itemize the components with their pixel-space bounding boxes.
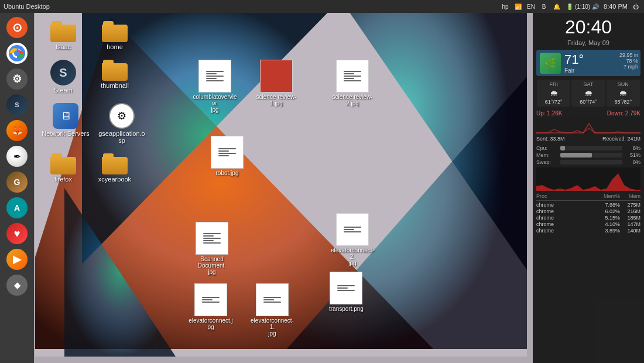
desktop-icons-area: Isaac home S Steam thumbnail bbox=[35, 13, 152, 363]
weather-main: 🌿 71° Fair bbox=[536, 50, 617, 76]
file-icon-elevatorconnect[interactable]: elevatorconnect.jpg bbox=[186, 282, 235, 331]
file-label-science-review-2: science review-2.jpg bbox=[329, 94, 376, 107]
file-icon-elevatorconnect1[interactable]: elevatorconnect-1.jpg bbox=[248, 282, 297, 338]
file-icon-robot[interactable]: robot.jpg bbox=[210, 135, 245, 177]
folder-icon-isaac[interactable]: Isaac bbox=[40, 20, 87, 52]
app-launcher-icon-9[interactable]: ▶ bbox=[5, 247, 29, 272]
file-icon-transport[interactable]: transport.png bbox=[328, 270, 365, 313]
steam-launcher-icon[interactable]: S bbox=[5, 93, 29, 117]
cpu-bar bbox=[560, 146, 622, 150]
battery-icon[interactable]: 🔋 bbox=[565, 2, 574, 11]
svg-point-14 bbox=[14, 50, 20, 56]
weather-forecast: FRI 🌧 61°/72° SAT 🌧 60°/74° SUN 🌧 65°/82… bbox=[536, 80, 640, 107]
file-icon-science-review-1[interactable]: science review-1.jpg bbox=[252, 59, 301, 108]
sidebar: ⊙ ⚙ S 🦊 bbox=[0, 13, 34, 363]
proc-row-0: chrome 7.66% 275M bbox=[536, 202, 640, 208]
taskbar-title: Ubuntu Desktop bbox=[4, 3, 50, 10]
process-section: Proc Mem% Mem chrome 7.66% 275M chrome 6… bbox=[536, 193, 640, 234]
clock-date: Friday, May 09 bbox=[536, 39, 640, 46]
file-label-transport: transport.png bbox=[329, 306, 364, 312]
file-label-gseapplication: gseapplication.osp bbox=[97, 130, 146, 144]
app-launcher-icon-8[interactable]: ♥ bbox=[5, 221, 29, 246]
swap-bar bbox=[560, 160, 622, 165]
mem-bar-fill bbox=[560, 153, 592, 157]
app-launcher-icon-10[interactable]: ◆ bbox=[5, 273, 29, 297]
folder-label-xcyearbook: xcyearbook bbox=[98, 176, 131, 183]
taskbar-right: hp 📶 EN B 🔔 🔋 (1:10) 🔊 8:40 PM ⏻ bbox=[501, 2, 640, 11]
proc-row-3: chrome 4.10% 147M bbox=[536, 221, 640, 227]
file-icon-scanned[interactable]: Scanned Document.jpg bbox=[187, 221, 237, 276]
wifi-icon[interactable]: 📶 bbox=[513, 2, 523, 11]
taskbar: Ubuntu Desktop hp 📶 EN B 🔔 🔋 (1:10) 🔊 8:… bbox=[0, 0, 644, 13]
folder-label-network: Network Servers bbox=[42, 130, 89, 137]
forecast-fri: FRI 🌧 61°/72° bbox=[537, 80, 570, 107]
cpu-section: Cpu: 8% Mem: 51% Swap: 0% bbox=[536, 145, 640, 165]
network-sent: 33.8M bbox=[550, 136, 565, 142]
folder-label-thumbnail: thumbnail bbox=[101, 82, 129, 89]
weather-humidity: 78 % bbox=[619, 58, 638, 64]
weather-pressure: 29.95 in bbox=[619, 52, 638, 58]
ubuntu-launcher-icon[interactable]: ⊙ bbox=[5, 15, 29, 40]
proc-row-2: chrome 5.15% 185M bbox=[536, 215, 640, 221]
gimp-launcher-icon[interactable]: G bbox=[5, 170, 29, 194]
proc-table-header: Proc Mem% Mem bbox=[536, 193, 640, 201]
system-monitor-widget: 20:40 Friday, May 09 🌿 71° Fair 29.95 in… bbox=[533, 13, 644, 363]
folder-icon-steam[interactable]: S Steam bbox=[40, 59, 87, 95]
folder-icon-thumbnail[interactable]: thumbnail bbox=[91, 59, 138, 95]
network-up-label: Up: 1.26K bbox=[536, 110, 562, 117]
forecast-sun: SUN 🌧 65°/82° bbox=[607, 80, 640, 107]
file-label-elevatorconnect2: elevatorconnect-2.jpg bbox=[329, 247, 376, 266]
file-icon-elevatorconnect2[interactable]: elevatorconnect-2.jpg bbox=[328, 212, 377, 268]
firefox-launcher-icon[interactable]: 🦊 bbox=[5, 118, 29, 143]
clock-display: 20:40 bbox=[536, 16, 640, 38]
swap-row: Swap: 0% bbox=[536, 159, 640, 165]
desktop: Ubuntu Desktop hp 📶 EN B 🔔 🔋 (1:10) 🔊 8:… bbox=[0, 0, 644, 363]
weather-widget: 🌿 71° Fair 29.95 in 78 % 7 mph bbox=[536, 50, 640, 76]
file-icon-columbia[interactable]: columbiatoverview.jpg bbox=[190, 59, 239, 114]
proc-row-4: chrome 3.89% 140M bbox=[536, 228, 640, 234]
folder-icon-firefox[interactable]: firefox bbox=[40, 152, 87, 184]
hp-icon[interactable]: hp bbox=[501, 2, 510, 11]
chrome-launcher-icon[interactable] bbox=[5, 41, 29, 66]
file-label-columbia: columbiatoverview.jpg bbox=[191, 94, 238, 113]
notification-icon[interactable]: 🔔 bbox=[552, 2, 561, 11]
settings-launcher-icon[interactable]: ⚙ bbox=[5, 67, 29, 91]
mem-bar bbox=[560, 153, 622, 157]
network-received: 241M bbox=[627, 136, 640, 142]
clock-taskbar: 8:40 PM bbox=[604, 3, 628, 10]
mem-row: Mem: 51% bbox=[536, 152, 640, 158]
taskbar-left: Ubuntu Desktop bbox=[4, 3, 50, 10]
forecast-sat: SAT 🌧 60°/74° bbox=[571, 80, 605, 107]
weather-temp: 71° bbox=[564, 52, 584, 67]
folder-icon-xcyearbook[interactable]: xcyearbook bbox=[91, 152, 138, 184]
file-label-scanned: Scanned Document.jpg bbox=[189, 256, 235, 275]
file-icon-gseapplication[interactable]: ⚙ gseapplication.osp bbox=[96, 102, 148, 145]
folder-label-firefox: firefox bbox=[54, 176, 72, 183]
battery-time: (1:10) bbox=[578, 2, 587, 11]
svg-marker-15 bbox=[536, 173, 640, 191]
folder-label-home: home bbox=[107, 43, 123, 50]
proc-row-1: chrome 6.02% 216M bbox=[536, 208, 640, 214]
file-label-science-review-1: science review-1.jpg bbox=[253, 94, 300, 107]
inkscape-launcher-icon[interactable]: ✒ bbox=[5, 144, 29, 169]
weather-side: 29.95 in 78 % 7 mph bbox=[617, 50, 640, 76]
volume-icon[interactable]: 🔊 bbox=[591, 2, 600, 11]
file-label-elevatorconnect1: elevatorconnect-1.jpg bbox=[249, 317, 296, 337]
folder-icon-home[interactable]: home bbox=[91, 20, 138, 52]
file-icon-science-review-2[interactable]: science review-2.jpg bbox=[328, 59, 377, 108]
power-icon[interactable]: ⏻ bbox=[631, 2, 640, 11]
lang-indicator[interactable]: EN bbox=[526, 2, 536, 11]
weather-desc: Fair bbox=[564, 67, 584, 74]
network-sent-received: Sent: 33.8M Received: 241M bbox=[536, 136, 640, 142]
bluetooth-icon[interactable]: B bbox=[539, 2, 549, 11]
network-section: Up: 1.26K Down: 2.79K Sent: 33.8M Receiv… bbox=[536, 110, 640, 142]
folder-icon-network[interactable]: 🖥 Network Servers bbox=[40, 102, 91, 145]
folder-label-steam: Steam bbox=[54, 87, 73, 94]
network-graph bbox=[536, 118, 640, 134]
folder-label-isaac: Isaac bbox=[56, 43, 71, 50]
arduino-launcher-icon[interactable]: A bbox=[5, 196, 29, 220]
network-row-updown: Up: 1.26K Down: 2.79K bbox=[536, 110, 640, 117]
cpu-row: Cpu: 8% bbox=[536, 145, 640, 151]
cpu-bar-fill bbox=[560, 146, 565, 150]
network-down-label: Down: 2.79K bbox=[607, 110, 640, 117]
